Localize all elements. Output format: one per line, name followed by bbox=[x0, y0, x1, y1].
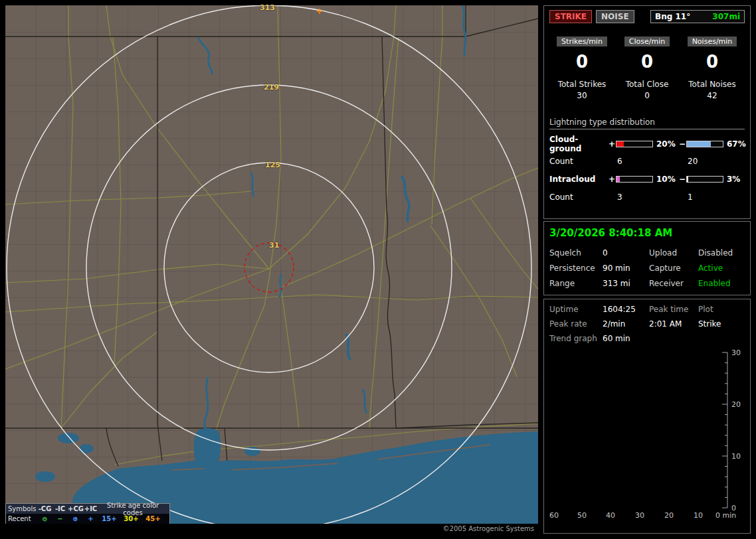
map[interactable]: 313 219 125 31 Symbols -CG -IC +CG +IC S… bbox=[5, 5, 538, 534]
close-per-min-value: 0 bbox=[614, 52, 680, 72]
cg-plus-bar bbox=[616, 141, 653, 147]
x-tick-label: 30 bbox=[635, 511, 644, 520]
x-zero-label: 0 min bbox=[715, 511, 736, 520]
upload-label: Upload bbox=[649, 248, 698, 258]
legend-header-row: Symbols -CG -IC +CG +IC Strike age color… bbox=[6, 504, 169, 514]
sidebar: STRIKE NOISE Bng 11° 307mi Strikes/min C… bbox=[543, 5, 751, 534]
noises-per-min-button[interactable]: Noises/min bbox=[688, 37, 737, 46]
ic-minus-bar bbox=[686, 176, 723, 183]
receiver-status: Enabled bbox=[698, 279, 745, 288]
bearing-value: Bng 11° bbox=[655, 12, 690, 21]
legend-col-header: +IC bbox=[83, 505, 98, 512]
age-code: 15+ bbox=[98, 515, 120, 522]
count-label: Count bbox=[549, 157, 608, 166]
ic-plus-count: 3 bbox=[616, 193, 653, 202]
legend-recent-row: Recent ⊖ − ⊕ + 15+ 30+ 45+ bbox=[6, 514, 169, 524]
upload-status: Disabled bbox=[698, 248, 745, 258]
total-close-label: Total Close bbox=[614, 80, 680, 89]
copyright-text: ©2005 Astrogenic Systems bbox=[443, 525, 534, 532]
close-per-min-button[interactable]: Close/min bbox=[624, 37, 670, 46]
y-tick-label: 10 bbox=[731, 452, 741, 461]
minus-sign: − bbox=[678, 175, 686, 184]
persistence-label: Persistence bbox=[549, 264, 603, 273]
cg-minus-fill bbox=[687, 141, 711, 147]
ic-plus-fill bbox=[616, 177, 620, 182]
peak-rate-value: 2/min bbox=[603, 319, 649, 329]
count-label: Count bbox=[549, 193, 608, 202]
cg-minus-bar bbox=[686, 141, 723, 147]
trend-graph-value: 60 min bbox=[603, 334, 649, 343]
x-tick-label: 60 bbox=[549, 511, 559, 520]
range-value: 313 mi bbox=[603, 279, 649, 288]
ic-minus-count: 1 bbox=[686, 193, 723, 202]
cg-plus-count: 6 bbox=[616, 157, 653, 166]
intracloud-label: Intracloud bbox=[549, 175, 608, 184]
distance-value: 307mi bbox=[712, 12, 740, 21]
range-label: Range bbox=[549, 279, 603, 288]
squelch-value: 0 bbox=[603, 248, 649, 258]
ic-plus-percent: 10% bbox=[653, 175, 678, 184]
peak-rate-label: Peak rate bbox=[549, 319, 603, 329]
squelch-label: Squelch bbox=[549, 248, 603, 258]
ic-minus-fill bbox=[687, 177, 688, 182]
strike-mode-button[interactable]: STRIKE bbox=[549, 10, 592, 23]
range-ring-label: 219 bbox=[264, 84, 279, 91]
rate-chips-row: Strikes/min Close/min Noises/min 0 0 0 T… bbox=[549, 34, 745, 100]
capture-label: Capture bbox=[649, 264, 698, 273]
uptime-value: 1604:25 bbox=[603, 305, 649, 314]
cg-minus-percent: 67% bbox=[723, 139, 745, 149]
receiver-label: Receiver bbox=[649, 279, 698, 288]
legend-symbols-header: Symbols bbox=[8, 505, 37, 512]
trend-chart: 30 20 10 0 60 50 40 30 20 10 0 min bbox=[549, 348, 746, 520]
minus-sign: − bbox=[678, 139, 686, 149]
cloud-ground-label: Cloud-ground bbox=[549, 135, 608, 153]
legend-age-header: Strike age color codes bbox=[98, 502, 167, 516]
cg-plus-percent: 20% bbox=[653, 139, 678, 149]
strikes-per-min-button[interactable]: Strikes/min bbox=[557, 37, 607, 46]
cg-plus-fill bbox=[616, 141, 624, 147]
neg-ic-icon: − bbox=[52, 515, 68, 522]
current-datetime: 3/20/2026 8:40:18 AM bbox=[549, 227, 745, 239]
distribution-row: Intracloud + 10% − 3% bbox=[549, 171, 745, 188]
total-strikes-value: 30 bbox=[549, 91, 614, 100]
distribution-count-row: Count 6 20 bbox=[549, 152, 745, 171]
range-ring-label: 313 bbox=[260, 4, 275, 11]
total-noises-value: 42 bbox=[680, 91, 745, 100]
trend-x-labels: 60 50 40 30 20 10 0 min bbox=[549, 511, 736, 520]
copyright-bar: ©2005 Astrogenic Systems bbox=[5, 524, 538, 534]
range-ring-label: 31 bbox=[269, 242, 279, 249]
nexstorm-app: 313 219 125 31 Symbols -CG -IC +CG +IC S… bbox=[0, 0, 756, 539]
noise-mode-button[interactable]: NOISE bbox=[596, 10, 634, 23]
ic-minus-percent: 3% bbox=[723, 175, 745, 184]
legend-row-label: Recent bbox=[8, 515, 37, 522]
plot-value: Strike bbox=[698, 319, 745, 329]
distribution-count-row: Count 3 1 bbox=[549, 188, 745, 206]
peak-time-value: 2:01 AM bbox=[649, 319, 698, 329]
total-strikes-label: Total Strikes bbox=[549, 80, 614, 89]
pos-ic-icon: + bbox=[83, 515, 98, 522]
age-code: 30+ bbox=[120, 515, 142, 522]
trend-graph-label: Trend graph bbox=[549, 334, 603, 343]
neg-cg-icon: ⊖ bbox=[37, 515, 52, 522]
distribution-table: Cloud-ground + 20% − 67% Count 6 20 bbox=[549, 135, 745, 206]
peak-time-label: Peak time bbox=[649, 305, 698, 314]
capture-status: Active bbox=[698, 264, 745, 273]
total-noises-label: Total Noises bbox=[680, 80, 745, 89]
uptime-label: Uptime bbox=[549, 305, 603, 314]
stats-panel: STRIKE NOISE Bng 11° 307mi Strikes/min C… bbox=[543, 5, 751, 219]
y-tick-label: 30 bbox=[731, 348, 741, 357]
uptime-grid: Uptime 1604:25 Peak time Plot Peak rate … bbox=[549, 305, 745, 343]
legend-col-header: -IC bbox=[52, 505, 68, 512]
legend-col-header: -CG bbox=[37, 505, 52, 512]
y-tick-label: 20 bbox=[731, 400, 741, 409]
x-tick-label: 10 bbox=[694, 511, 703, 520]
x-tick-label: 50 bbox=[577, 511, 587, 520]
plus-sign: + bbox=[608, 175, 616, 184]
trend-y-labels: 30 20 10 0 bbox=[731, 348, 741, 512]
cg-minus-count: 20 bbox=[686, 157, 723, 166]
ic-plus-bar bbox=[616, 176, 653, 183]
legend-col-header: +CG bbox=[68, 505, 83, 512]
bearing-display: Bng 11° 307mi bbox=[650, 10, 745, 23]
distribution-title: Lightning type distribution bbox=[549, 117, 745, 129]
x-tick-label: 20 bbox=[664, 511, 674, 520]
